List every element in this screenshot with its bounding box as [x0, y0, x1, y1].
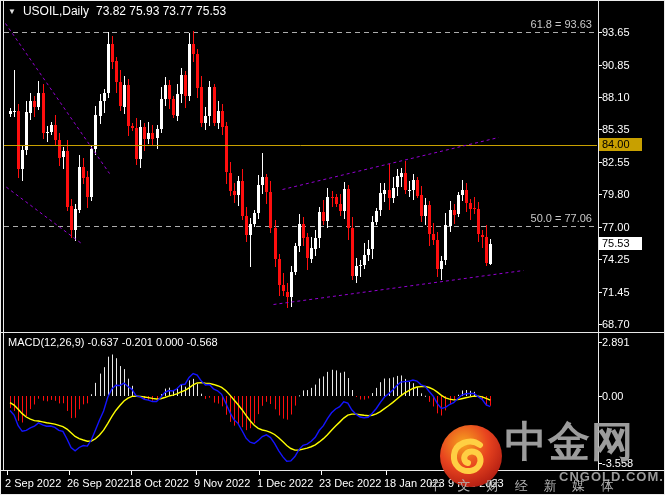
date-label: 23 Dec 2022 — [319, 477, 381, 489]
price-tick-label: 77.00 — [602, 221, 630, 233]
symbol-dropdown-icon[interactable]: ▼ — [8, 7, 16, 16]
axis-separator-line — [598, 1, 599, 470]
fib-618-label: 61.8 = 93.63 — [531, 18, 592, 30]
macd-indicator-label: MACD(12,26,9) -0.637 -0.201 0.000 -0.568 — [8, 336, 218, 348]
main-macd-separator[interactable] — [1, 332, 665, 333]
date-label: 1 Dec 2022 — [257, 477, 313, 489]
price-tick-label: 93.65 — [602, 26, 630, 38]
price-tick-label: 85.35 — [602, 123, 630, 135]
symbol-timeframe-label: USOIL,Daily — [23, 4, 89, 18]
chart-window: ▼ USOIL,Daily 73.82 75.93 73.77 75.53 61… — [0, 0, 665, 495]
chart-title-bar: ▼ USOIL,Daily 73.82 75.93 73.77 75.53 — [8, 4, 226, 18]
macd-tick-label: -3.558 — [602, 457, 633, 469]
date-label: 26 Sep 2022 — [67, 477, 129, 489]
fib-500-label: 50.0 = 77.06 — [531, 212, 592, 224]
date-label: 2 Sep 2022 — [5, 477, 61, 489]
price-tick-label: 82.55 — [602, 156, 630, 168]
left-border — [3, 1, 4, 470]
price-level-84-badge: 84.00 — [599, 138, 642, 151]
date-label: 9 Nov 2022 — [194, 477, 250, 489]
macd-tick-label: 0.00 — [602, 390, 623, 402]
macd-tick-label: 2.891 — [602, 336, 630, 348]
price-tick-label: 88.10 — [602, 91, 630, 103]
date-label: 9 Feb 2023 — [448, 477, 504, 489]
price-tick-label: 90.85 — [602, 59, 630, 71]
price-tick-label: 74.25 — [602, 253, 630, 265]
current-price-badge: 75.53 — [599, 237, 642, 250]
price-tick-label: 71.45 — [602, 286, 630, 298]
date-label: 18 Oct 2022 — [129, 477, 189, 489]
price-tick-label: 68.70 — [602, 318, 630, 330]
date-label: 18 Jan 2023 — [384, 477, 445, 489]
ohlc-readout: 73.82 75.93 73.77 75.53 — [96, 4, 226, 18]
price-tick-label: 79.80 — [602, 188, 630, 200]
price-chart-canvas[interactable] — [1, 1, 665, 495]
macd-date-separator — [1, 470, 665, 471]
